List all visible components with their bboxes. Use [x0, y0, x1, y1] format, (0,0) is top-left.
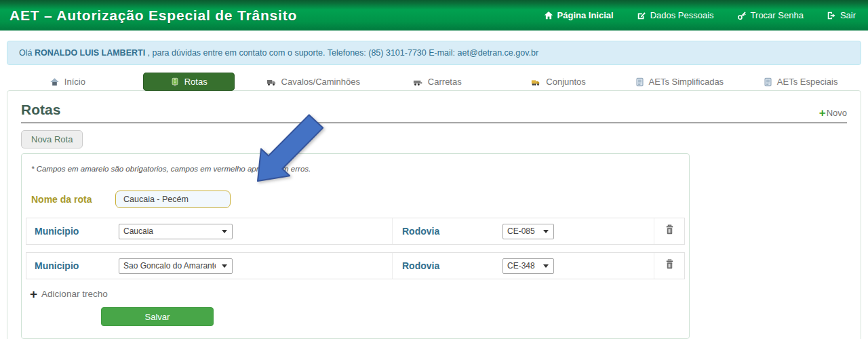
add-segment-button[interactable]: + Adicionar trecho — [30, 289, 685, 299]
trash-icon — [665, 259, 675, 273]
tab-conjuntos[interactable]: Conjuntos — [498, 73, 619, 90]
rodovia-label: Rodovia — [402, 226, 502, 237]
rotas-panel: Rotas + Novo Nova Rota * Campos em amare… — [7, 90, 861, 339]
tab-carretas[interactable]: Carretas — [376, 73, 498, 90]
greeting-text: Olá — [19, 48, 35, 58]
edit-icon — [637, 11, 646, 20]
novo-button[interactable]: + Novo — [819, 108, 847, 118]
plus-icon: + — [819, 108, 826, 117]
document-icon — [764, 77, 772, 87]
municipio-label: Municipio — [35, 226, 119, 237]
plus-icon: + — [30, 289, 37, 299]
user-name: RONALDO LUIS LAMBERTI — [35, 48, 145, 58]
sign-out-icon — [827, 11, 836, 20]
subtab-nova-rota[interactable]: Nova Rota — [21, 130, 83, 148]
header-nav: Página Inicial Dados Pessoais Trocar Sen… — [544, 10, 856, 20]
app-header: AET – Autorização Especial de Trânsito P… — [0, 0, 868, 31]
municipio-select[interactable]: Sao Goncalo do Amarante — [119, 258, 233, 274]
tab-label: Rotas — [184, 77, 208, 87]
tab-rotas[interactable]: Rotas — [128, 73, 250, 90]
segment-row: Municipio Caucaia Rodovia CE-085 — [26, 218, 685, 245]
segment-row: Municipio Sao Goncalo do Amarante Rodovi… — [26, 252, 685, 279]
save-button[interactable]: Salvar — [101, 307, 214, 326]
municipio-cell: Municipio Sao Goncalo do Amarante — [26, 253, 393, 279]
rodovia-select[interactable]: CE-348 — [502, 258, 554, 274]
required-fields-note: * Campos em amarelo são obrigatorios, ca… — [31, 165, 685, 173]
tab-label: Carretas — [428, 77, 462, 87]
trash-icon — [665, 224, 675, 238]
rodovia-cell: Rodovia CE-085 — [393, 218, 654, 244]
tab-cavalos-caminhoes[interactable]: Cavalos/Caminhões — [250, 73, 376, 90]
tab-inicio[interactable]: Início — [7, 73, 128, 90]
route-name-input[interactable] — [115, 191, 231, 208]
rodovia-label: Rodovia — [402, 260, 502, 271]
nav-label: Sair — [840, 10, 856, 20]
nav-trocar-senha[interactable]: Trocar Senha — [737, 10, 804, 20]
nav-sair[interactable]: Sair — [827, 10, 856, 20]
route-name-row: Nome da rota — [31, 191, 685, 208]
route-name-label: Nome da rota — [31, 194, 115, 205]
nav-pagina-inicial[interactable]: Página Inicial — [544, 10, 614, 20]
tab-aets-especiais[interactable]: AETs Especiais — [740, 73, 861, 90]
main-tabs: Início Rotas Cavalos/Caminhões Carretas — [7, 73, 861, 90]
nav-label: Trocar Senha — [751, 10, 804, 20]
rodovia-select[interactable]: CE-085 — [502, 224, 554, 239]
tab-label: Início — [64, 77, 85, 87]
app-title: AET – Autorização Especial de Trânsito — [9, 7, 297, 24]
page-head: Rotas + Novo — [21, 102, 847, 123]
municipio-label: Municipio — [35, 260, 119, 271]
rodovia-cell: Rodovia CE-348 — [393, 253, 654, 279]
truck-icon — [266, 77, 277, 87]
tab-label: AETs Especiais — [777, 77, 838, 87]
municipio-cell: Municipio Caucaia — [26, 218, 393, 244]
tab-label: Conjuntos — [546, 77, 586, 87]
road-icon — [170, 77, 180, 87]
document-icon — [635, 77, 644, 87]
add-segment-label: Adicionar trecho — [41, 289, 108, 299]
delete-segment-button[interactable] — [654, 253, 684, 279]
delete-segment-button[interactable] — [654, 218, 684, 244]
nav-label: Dados Pessoais — [650, 10, 714, 20]
tab-label: Cavalos/Caminhões — [281, 77, 360, 87]
home-icon — [50, 77, 60, 87]
tab-label: AETs Simplificadas — [649, 77, 724, 87]
nav-dados-pessoais[interactable]: Dados Pessoais — [637, 10, 714, 20]
municipio-select-wrap: Caucaia — [119, 224, 233, 239]
rodovia-select-wrap: CE-085 — [502, 224, 554, 239]
trailer-icon — [412, 77, 423, 87]
municipio-select[interactable]: Caucaia — [119, 224, 233, 239]
support-message: , para dúvidas entre em contato com o su… — [145, 48, 538, 58]
municipio-select-wrap: Sao Goncalo do Amarante — [119, 258, 233, 274]
tab-aets-simplificadas[interactable]: AETs Simplificadas — [618, 73, 740, 90]
home-icon — [544, 11, 553, 20]
novo-label: Novo — [827, 108, 847, 118]
nav-label: Página Inicial — [557, 10, 614, 20]
support-info-banner: Olá RONALDO LUIS LAMBERTI , para dúvidas… — [7, 41, 861, 65]
rodovia-select-wrap: CE-348 — [502, 258, 554, 274]
convoy-icon — [530, 77, 541, 87]
nova-rota-form: * Campos em amarelo são obrigatorios, ca… — [21, 153, 690, 339]
key-icon — [737, 11, 747, 20]
page-title: Rotas — [21, 102, 60, 118]
